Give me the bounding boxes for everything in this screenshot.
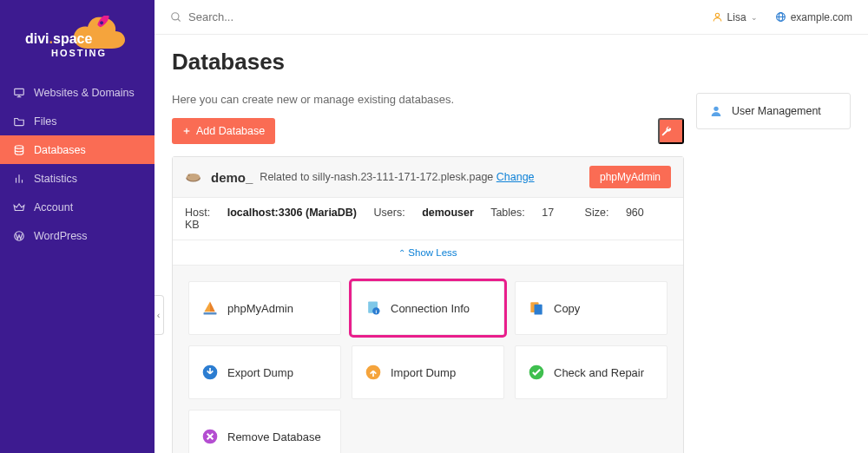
user-menu[interactable]: Lisa ⌄	[712, 11, 758, 23]
user-name: Lisa	[727, 11, 746, 23]
svg-point-14	[715, 13, 719, 16]
bars-icon	[12, 172, 25, 185]
sidebar-item-files[interactable]: Files	[0, 107, 155, 135]
tile-remove-database[interactable]: Remove Database	[188, 410, 341, 453]
remove-icon	[201, 428, 219, 445]
crown-icon	[12, 200, 25, 213]
user-icon	[712, 11, 723, 23]
domain-text: example.com	[791, 11, 852, 23]
user-area: Lisa ⌄ example.com	[712, 11, 852, 23]
copy-icon	[528, 299, 545, 317]
tile-label: Export Dump	[227, 366, 293, 379]
sidebar-item-websites-domains[interactable]: Websites & Domains	[0, 78, 155, 107]
topbar: Lisa ⌄ example.com	[155, 0, 868, 35]
sidebar-item-databases[interactable]: Databases	[0, 135, 155, 164]
svg-rect-4	[14, 89, 23, 95]
sidebar-collapse-handle[interactable]: ‹	[155, 295, 164, 335]
globe-icon	[775, 11, 786, 23]
svg-point-12	[172, 12, 179, 19]
search[interactable]	[170, 10, 712, 23]
sail-icon	[201, 299, 219, 317]
svg-point-22	[187, 174, 192, 178]
show-less-toggle[interactable]: ⌃Show Less	[173, 240, 683, 266]
stack-icon	[12, 143, 25, 156]
add-database-label: Add Database	[196, 125, 265, 137]
phpmyadmin-button[interactable]: phpMyAdmin	[589, 166, 671, 188]
tile-grid: phpMyAdminiConnection InfoCopyExport Dum…	[173, 266, 683, 453]
content: ‹ Databases Here you can create new or m…	[155, 35, 868, 453]
tile-phpmyadmin[interactable]: phpMyAdmin	[188, 281, 341, 335]
svg-point-34	[713, 107, 718, 111]
nav-label: Databases	[34, 144, 86, 156]
chevron-up-icon: ⌃	[398, 248, 405, 258]
sidebar-nav: Websites & DomainsFilesDatabasesStatisti…	[0, 78, 155, 453]
plus-icon	[182, 127, 191, 135]
page-subtext: Here you can create new or manage existi…	[172, 93, 684, 106]
wordpress-icon	[12, 229, 25, 242]
page-info-icon: i	[365, 299, 382, 317]
tile-label: phpMyAdmin	[227, 302, 293, 315]
user-icon	[709, 104, 723, 118]
tile-label: Copy	[554, 302, 580, 315]
add-database-button[interactable]: Add Database	[172, 118, 275, 144]
page-title: Databases	[172, 49, 851, 76]
sidebar-item-account[interactable]: Account	[0, 193, 155, 221]
nav-label: Account	[34, 201, 73, 213]
tile-label: Import Dump	[391, 366, 456, 379]
change-link[interactable]: Change	[496, 171, 535, 183]
wrench-icon	[660, 125, 682, 138]
nav-label: Files	[34, 115, 56, 128]
brand-logo: divi.space HOSTING	[0, 0, 155, 78]
svg-point-7	[15, 145, 23, 148]
down-icon	[201, 364, 219, 381]
nav-label: WordPress	[34, 230, 88, 242]
tile-label: Remove Database	[227, 430, 321, 443]
database-header: demo_ Related to silly-nash.23-111-171-1…	[173, 157, 683, 198]
check-icon	[528, 364, 545, 381]
search-input[interactable]	[188, 10, 345, 23]
tile-check-and-repair[interactable]: Check and Repair	[515, 345, 667, 399]
svg-text:divi.space: divi.space	[25, 31, 92, 46]
up-icon	[365, 364, 382, 381]
sidebar: divi.space HOSTING Websites & DomainsFil…	[0, 0, 155, 453]
svg-rect-29	[535, 305, 542, 315]
folder-icon	[12, 115, 25, 128]
tile-import-dump[interactable]: Import Dump	[352, 345, 504, 399]
tools-button[interactable]	[658, 118, 684, 144]
svg-line-13	[178, 18, 181, 21]
domain-link[interactable]: example.com	[775, 11, 852, 23]
tile-copy[interactable]: Copy	[515, 281, 667, 335]
seal-icon	[185, 170, 204, 184]
svg-text:HOSTING: HOSTING	[51, 48, 107, 58]
tile-label: Check and Repair	[554, 366, 644, 379]
sidebar-item-wordpress[interactable]: WordPress	[0, 221, 155, 250]
nav-label: Websites & Domains	[34, 87, 135, 99]
database-card: demo_ Related to silly-nash.23-111-171-1…	[172, 156, 684, 453]
tile-connection-info[interactable]: iConnection Info	[352, 281, 504, 335]
database-related: Related to silly-nash.23-111-171-172.ple…	[260, 171, 534, 183]
tile-export-dump[interactable]: Export Dump	[188, 345, 341, 399]
database-info: Host: localhost:3306 (MariaDB) Users: de…	[173, 198, 683, 240]
user-management-label: User Management	[732, 105, 821, 117]
svg-rect-24	[204, 312, 217, 315]
chevron-down-icon: ⌄	[751, 13, 758, 22]
search-icon	[170, 11, 182, 23]
database-name: demo_	[211, 170, 253, 185]
user-management-panel[interactable]: User Management	[696, 93, 851, 129]
svg-point-23	[188, 174, 189, 175]
monitor-icon	[12, 86, 25, 99]
main: Lisa ⌄ example.com ‹ Databases Here you …	[155, 0, 868, 453]
tile-label: Connection Info	[391, 302, 470, 315]
nav-label: Statistics	[34, 173, 77, 185]
sidebar-item-statistics[interactable]: Statistics	[0, 164, 155, 193]
